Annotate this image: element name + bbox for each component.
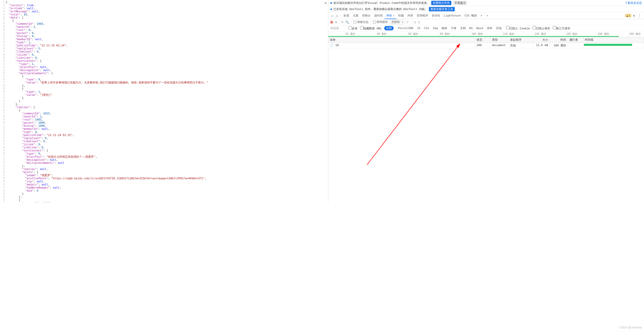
filter-字体[interactable]: 字体 [449,26,458,30]
tab-网络[interactable]: 网络× [385,13,396,19]
network-filterbar: 筛选器 反转 隐藏数据 URL 全部 Fetch/XHRJSCSSImg媒体字体… [328,25,644,31]
learn-more-link[interactable]: 了解更多信息 [625,1,642,5]
more-icon[interactable]: ⋮ [637,14,642,18]
gear-icon[interactable]: ⚙ [632,14,636,18]
upload-icon[interactable]: ↥ [414,20,416,24]
network-row[interactable]: 📄 10 200 document 其他 11.6 kB 184 毫秒 [328,43,644,48]
filter-icon[interactable]: ▽ [341,20,343,24]
network-toolbar: ⊘ ▽ 🔍 保留日志 禁用缓存 无限制 ▾ ᯤ ↥ ↧ [328,19,644,25]
tab-安全性[interactable]: 安全性 [430,13,442,19]
blocked-cookie-checkbox[interactable]: 已阻止 Cookie [506,26,530,30]
record-button[interactable] [330,21,333,23]
col-exec[interactable]: 履行者 [568,37,583,43]
chevron-down-icon[interactable]: ▾ [479,14,484,18]
tab-内存[interactable]: 内存 [406,13,415,19]
filter-CSS[interactable]: CSS [422,26,431,30]
col-initiator[interactable]: 发起程序 [509,37,533,43]
plus-icon[interactable]: ＋ [484,13,490,18]
gear-icon[interactable]: ⚙ [325,1,327,5]
row-exec [568,43,583,48]
blocked-req-checkbox[interactable]: 已阻止请求 [533,26,550,30]
devtools-tabbar: ▭ ▯ 欢迎元素控制台源代码网络×性能内存应用程序安全性LighthouseCS… [328,12,644,19]
filter-清单[interactable]: 清单 [485,26,494,30]
row-name: 📄 10 [328,43,475,48]
info-icon [330,9,332,10]
info-icon [330,2,332,4]
dismiss-button[interactable]: 不再显示 [453,1,467,5]
col-time[interactable]: 时间 [550,37,568,43]
filter-媒体[interactable]: 媒体 [440,26,449,30]
download-icon[interactable]: ↧ [418,20,420,24]
tab-元素[interactable]: 元素 [351,13,360,19]
network-grid-header: 名称 状态 类型 发起程序 大小 时间 履行者 时间线 [328,37,644,43]
row-time: 184 毫秒 [550,43,568,48]
row-waterfall [583,43,644,48]
col-waterfall[interactable]: 时间线 [583,37,644,43]
inspect-icon[interactable]: ▭ [330,14,334,18]
tab-控制台[interactable]: 控制台 [360,13,372,19]
tab-源代码[interactable]: 源代码 [372,13,385,19]
device-icon[interactable]: ▯ [335,14,339,18]
infobar-vscode: 标识项目的根文件夹以打开Visual Studio Code中的源文件并同步更改… [328,0,644,6]
filter-文档[interactable]: 文档 [458,26,468,30]
json-code[interactable]: { "success": true, "errCode": null, "err… [0,0,328,202]
filter-Img[interactable]: Img [431,26,440,30]
infobar-text: 标识项目的根文件夹以打开Visual Studio Code中的源文件并同步更改… [333,1,429,5]
filter-JS[interactable]: JS [415,26,422,30]
devtools-pane: 标识项目的根文件夹以打开Visual Studio Code中的源文件并同步更改… [328,0,644,202]
col-type[interactable]: 类型 [491,37,509,43]
filter-其他[interactable]: 其他 [494,26,503,30]
tab-CSS 概述[interactable]: CSS 概述 [463,13,479,19]
row-type: document [491,43,509,48]
third-party-checkbox[interactable]: 第三方请求 [553,26,570,30]
issues-badge[interactable]: ▲ 1 [625,14,631,17]
preserve-log-checkbox[interactable]: 保留日志 [354,20,369,24]
throttle-select[interactable]: 无限制 ▾ [390,20,404,24]
tab-应用程序[interactable]: 应用程序 [415,13,430,19]
network-timeline[interactable]: 20 毫秒40 毫秒60 毫秒80 毫秒100 毫秒120 毫秒140 毫秒16… [328,31,644,37]
filter-WS[interactable]: WS [468,26,475,30]
svg-line-0 [367,44,460,165]
invert-checkbox[interactable]: 反转 [348,26,357,30]
search-icon[interactable]: 🔍 [345,20,349,24]
row-status: 200 [475,43,491,48]
filter-all[interactable]: 全部 [384,26,394,30]
reload-devtools-button[interactable]: 重新加载开发工具 [429,7,455,11]
clear-icon[interactable]: ⊘ [335,20,337,24]
hide-dataurl-checkbox[interactable]: 隐藏数据 URL [360,26,382,30]
row-initiator: 其他 [509,43,533,48]
tab-性能[interactable]: 性能 [396,13,406,19]
infobar-reload: 已安装其他 DevTools 组件。重新加载以获取完整的 DevTools 功能… [328,6,644,12]
line-gutter: 1234567890123456789012345678901234567890… [0,0,5,202]
col-size[interactable]: 大小 [533,37,550,43]
filter-input[interactable]: 筛选器 [330,26,346,30]
disable-cache-checkbox[interactable]: 禁用缓存 [373,20,388,24]
col-name[interactable]: 名称 [328,37,475,43]
tab-欢迎[interactable]: 欢迎 [342,13,351,19]
filter-Wasm[interactable]: Wasm [475,26,485,30]
infobar-text: 已安装其他 DevTools 组件。重新加载以获取完整的 DevTools 功能… [333,7,427,11]
tab-Lighthouse[interactable]: Lighthouse [442,13,463,19]
set-root-button[interactable]: 设置根文件夹 [431,1,451,5]
wifi-icon[interactable]: ᯤ [406,20,410,24]
filter-Fetch/XHR[interactable]: Fetch/XHR [396,26,415,30]
col-status[interactable]: 状态 [475,37,491,43]
json-response-pane: ⚙ 12345678901234567890123456789012345678… [0,0,328,202]
row-size: 11.6 kB [533,43,550,48]
